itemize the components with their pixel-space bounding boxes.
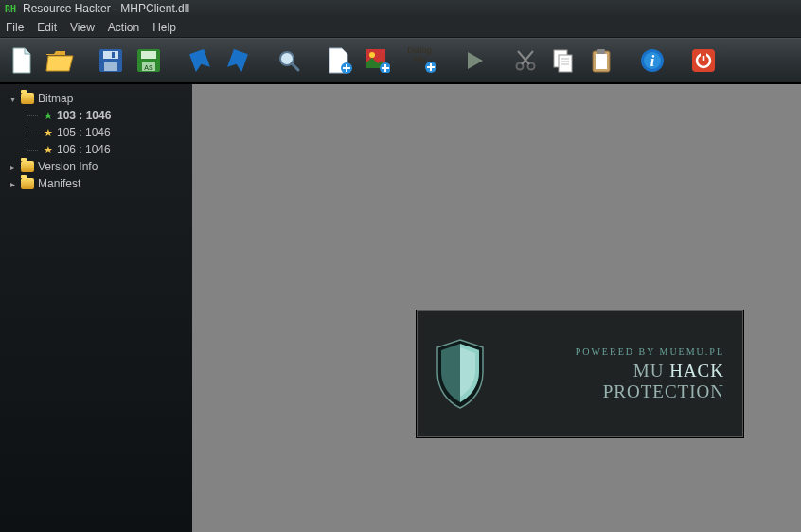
folder-icon [21, 93, 34, 104]
tree-node-manifest[interactable]: ▸ Manifest [0, 175, 192, 192]
tree-label: 103 : 1046 [57, 109, 111, 122]
menu-help[interactable]: Help [152, 21, 176, 34]
tree-leaf-103[interactable]: ★ 103 : 1046 [0, 107, 192, 124]
open-file-button[interactable] [44, 44, 76, 77]
tree-label: Bitmap [38, 92, 73, 105]
clipboard-icon [591, 48, 612, 73]
bookmark-prev-button[interactable] [184, 44, 216, 77]
menu-view[interactable]: View [70, 21, 95, 34]
svg-rect-5 [141, 51, 156, 59]
preview-subtitle: POWERED BY MUEMU.PL [507, 346, 724, 357]
play-icon [464, 50, 485, 71]
preview-title: MU HACK PROTECTION [507, 361, 724, 402]
shield-icon [432, 336, 489, 412]
star-green-icon: ★ [44, 110, 53, 122]
expander-closed-icon[interactable]: ▸ [8, 179, 17, 189]
bookmark-right-icon [226, 49, 249, 72]
svg-rect-2 [104, 62, 117, 71]
svg-rect-1 [103, 51, 118, 59]
find-button[interactable] [273, 44, 305, 77]
tree-node-bitmap[interactable]: ▾ Bitmap [0, 90, 192, 107]
exit-button[interactable] [687, 44, 720, 77]
tree-label: Manifest [38, 177, 80, 190]
toolbar: AS Dialog Me i [0, 38, 801, 84]
folder-icon [21, 178, 34, 189]
preview-text-block: POWERED BY MUEMU.PL MU HACK PROTECTION [507, 346, 724, 402]
cut-button[interactable] [509, 44, 542, 77]
new-file-icon [10, 47, 33, 74]
new-file-button[interactable] [6, 44, 38, 77]
tree-label: Version Info [38, 160, 98, 173]
expander-open-icon[interactable]: ▾ [8, 94, 17, 104]
plus-small-icon [425, 62, 436, 73]
copy-icon [552, 48, 575, 73]
add-image-resource-button[interactable] [362, 44, 394, 77]
svg-text:i: i [650, 53, 655, 69]
star-yellow-icon: ★ [44, 127, 53, 139]
scissors-icon [514, 49, 537, 72]
resource-tree[interactable]: ▾ Bitmap ★ 103 : 1046 ★ 105 : 1046 ★ 106… [0, 84, 192, 532]
copy-button[interactable] [547, 44, 579, 77]
star-yellow-icon: ★ [44, 144, 53, 156]
svg-rect-3 [112, 52, 115, 58]
dialog-label-2: Me [414, 55, 426, 63]
doc-plus-icon [328, 47, 352, 74]
window-title: Resource Hacker - MHPClient.dll [23, 2, 189, 15]
svg-point-12 [369, 52, 375, 58]
menu-file[interactable]: File [6, 21, 24, 34]
floppy-green-icon: AS [136, 48, 161, 73]
floppy-blue-icon [98, 48, 123, 73]
menu-bar: File Edit View Action Help [0, 17, 801, 38]
menu-edit[interactable]: Edit [37, 21, 57, 34]
svg-line-9 [292, 63, 298, 70]
info-icon: i [640, 48, 665, 73]
tree-label: 106 : 1046 [57, 143, 111, 156]
save-button[interactable] [95, 44, 127, 77]
tree-label: 105 : 1046 [57, 126, 111, 139]
menu-action[interactable]: Action [108, 21, 139, 34]
bookmark-next-button[interactable] [222, 44, 254, 77]
run-button[interactable] [458, 44, 490, 77]
svg-rect-18 [559, 55, 572, 72]
tree-node-versioninfo[interactable]: ▸ Version Info [0, 158, 192, 175]
preview-pane: POWERED BY MUEMU.PL MU HACK PROTECTION [192, 84, 801, 532]
power-icon [691, 48, 716, 73]
paste-button[interactable] [585, 44, 617, 77]
add-binary-resource-button[interactable] [324, 44, 356, 77]
image-plus-icon [365, 48, 390, 73]
svg-rect-31 [701, 52, 706, 56]
app-icon: RH [4, 2, 17, 15]
save-as-button[interactable]: AS [133, 44, 165, 77]
folder-icon [21, 161, 34, 172]
bookmark-left-icon [188, 49, 211, 72]
magnifier-icon [276, 48, 301, 73]
svg-rect-24 [597, 49, 605, 54]
main-body: ▾ Bitmap ★ 103 : 1046 ★ 105 : 1046 ★ 106… [0, 84, 801, 532]
expander-closed-icon[interactable]: ▸ [8, 162, 17, 172]
open-folder-icon [45, 49, 74, 72]
bitmap-preview: POWERED BY MUEMU.PL MU HACK PROTECTION [416, 310, 744, 438]
tree-leaf-106[interactable]: ★ 106 : 1046 [0, 141, 192, 158]
add-dialog-button[interactable]: Dialog Me [400, 44, 439, 77]
title-bar: RH Resource Hacker - MHPClient.dll [0, 0, 801, 17]
tree-leaf-105[interactable]: ★ 105 : 1046 [0, 124, 192, 141]
info-button[interactable]: i [636, 44, 668, 77]
svg-rect-23 [596, 54, 607, 69]
svg-text:AS: AS [144, 64, 153, 71]
